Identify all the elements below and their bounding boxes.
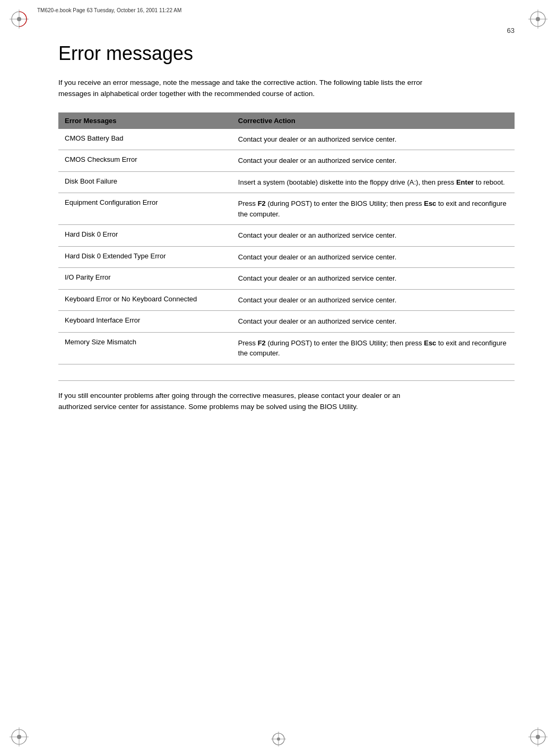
- corner-mark-br: [528, 727, 547, 746]
- table-row: Hard Disk 0 ErrorContact your dealer or …: [58, 225, 515, 247]
- error-cell: CMOS Checksum Error: [58, 150, 232, 172]
- action-cell: Contact your dealer or an authorized ser…: [232, 311, 515, 333]
- error-cell: Disk Boot Failure: [58, 171, 232, 193]
- action-cell: Press F2 (during POST) to enter the BIOS…: [232, 193, 515, 225]
- header-bar: TM620-e.book Page 63 Tuesday, October 16…: [37, 7, 520, 13]
- table-row: Keyboard Interface ErrorContact your dea…: [58, 311, 515, 333]
- error-cell: Keyboard Error or No Keyboard Connected: [58, 289, 232, 311]
- page-title: Error messages: [58, 42, 515, 65]
- error-cell: Hard Disk 0 Extended Type Error: [58, 246, 232, 268]
- error-cell: Hard Disk 0 Error: [58, 225, 232, 247]
- main-content: Error messages If you receive an error m…: [58, 42, 515, 714]
- table-row: Disk Boot FailureInsert a system (bootab…: [58, 171, 515, 193]
- action-cell: Contact your dealer or an authorized ser…: [232, 246, 515, 268]
- error-cell: CMOS Battery Bad: [58, 129, 232, 150]
- table-row: CMOS Checksum ErrorContact your dealer o…: [58, 150, 515, 172]
- action-cell: Insert a system (bootable) diskette into…: [232, 171, 515, 193]
- action-cell: Contact your dealer or an authorized ser…: [232, 268, 515, 290]
- table-row: CMOS Battery BadContact your dealer or a…: [58, 129, 515, 150]
- corner-mark-bl: [10, 727, 29, 746]
- error-cell: Keyboard Interface Error: [58, 311, 232, 333]
- error-cell: Memory Size Mismatch: [58, 332, 232, 364]
- action-cell: Contact your dealer or an authorized ser…: [232, 129, 515, 150]
- bottom-center-mark: [271, 732, 286, 746]
- action-cell: Contact your dealer or an authorized ser…: [232, 289, 515, 311]
- file-info: TM620-e.book Page 63 Tuesday, October 16…: [37, 7, 520, 13]
- error-table: Error Messages Corrective Action CMOS Ba…: [58, 112, 515, 364]
- table-row: Hard Disk 0 Extended Type ErrorContact y…: [58, 246, 515, 268]
- page-number: 63: [507, 27, 515, 34]
- action-cell: Contact your dealer or an authorized ser…: [232, 150, 515, 172]
- table-header-row: Error Messages Corrective Action: [58, 112, 515, 129]
- table-row: I/O Parity ErrorContact your dealer or a…: [58, 268, 515, 290]
- table-row: Memory Size MismatchPress F2 (during POS…: [58, 332, 515, 364]
- col-header-action: Corrective Action: [232, 112, 515, 129]
- footer-text: If you still encounter problems after go…: [58, 390, 430, 413]
- intro-text: If you receive an error message, note th…: [58, 77, 430, 100]
- action-cell: Press F2 (during POST) to enter the BIOS…: [232, 332, 515, 364]
- table-row: Keyboard Error or No Keyboard ConnectedC…: [58, 289, 515, 311]
- error-cell: I/O Parity Error: [58, 268, 232, 290]
- corner-mark-tl: [10, 10, 29, 29]
- action-cell: Contact your dealer or an authorized ser…: [232, 225, 515, 247]
- footer-divider: [58, 380, 515, 381]
- col-header-error: Error Messages: [58, 112, 232, 129]
- corner-mark-tr: [528, 10, 547, 29]
- error-cell: Equipment Configuration Error: [58, 193, 232, 225]
- table-row: Equipment Configuration ErrorPress F2 (d…: [58, 193, 515, 225]
